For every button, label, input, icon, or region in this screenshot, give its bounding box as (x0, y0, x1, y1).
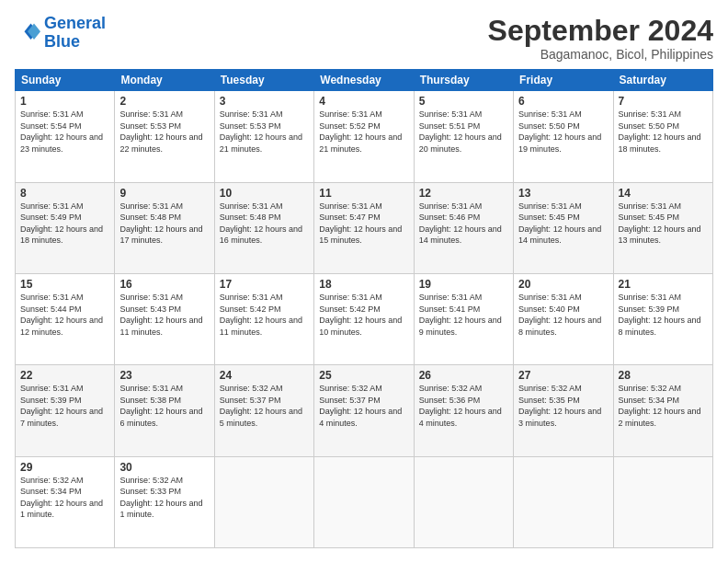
col-monday: Monday (115, 70, 214, 91)
day-info: Sunrise: 5:31 AMSunset: 5:40 PMDaylight:… (518, 292, 608, 338)
col-thursday: Thursday (414, 70, 513, 91)
table-row: 19 Sunrise: 5:31 AMSunset: 5:41 PMDaylig… (414, 273, 513, 364)
table-row: 29 Sunrise: 5:32 AMSunset: 5:34 PMDaylig… (16, 456, 115, 547)
calendar-week-3: 15 Sunrise: 5:31 AMSunset: 5:44 PMDaylig… (16, 273, 713, 364)
day-number: 30 (119, 461, 209, 474)
calendar-week-2: 8 Sunrise: 5:31 AMSunset: 5:49 PMDayligh… (16, 182, 713, 273)
day-number: 11 (319, 187, 408, 200)
day-info: Sunrise: 5:31 AMSunset: 5:49 PMDaylight:… (20, 201, 109, 247)
day-info: Sunrise: 5:32 AMSunset: 5:36 PMDaylight:… (419, 383, 508, 429)
day-number: 15 (20, 278, 109, 291)
title-block: September 2024 Bagamanoc, Bicol, Philipp… (488, 15, 713, 62)
day-info: Sunrise: 5:31 AMSunset: 5:51 PMDaylight:… (419, 109, 508, 155)
calendar-header-row: Sunday Monday Tuesday Wednesday Thursday… (16, 70, 713, 91)
day-number: 3 (220, 95, 309, 108)
logo-line1: General (44, 14, 106, 32)
day-info: Sunrise: 5:31 AMSunset: 5:48 PMDaylight:… (119, 201, 209, 247)
logo-line2: Blue (44, 32, 80, 51)
day-number: 28 (619, 369, 708, 382)
table-row (214, 456, 313, 547)
logo-text: General Blue (44, 15, 106, 52)
day-info: Sunrise: 5:31 AMSunset: 5:50 PMDaylight:… (518, 109, 608, 155)
day-number: 4 (319, 95, 408, 108)
table-row (514, 456, 613, 547)
table-row: 4 Sunrise: 5:31 AMSunset: 5:52 PMDayligh… (314, 91, 414, 182)
table-row: 17 Sunrise: 5:31 AMSunset: 5:42 PMDaylig… (214, 273, 313, 364)
day-info: Sunrise: 5:31 AMSunset: 5:44 PMDaylight:… (20, 292, 109, 338)
day-number: 12 (419, 187, 508, 200)
day-info: Sunrise: 5:31 AMSunset: 5:45 PMDaylight:… (619, 201, 708, 247)
table-row: 14 Sunrise: 5:31 AMSunset: 5:45 PMDaylig… (613, 182, 712, 273)
table-row: 28 Sunrise: 5:32 AMSunset: 5:34 PMDaylig… (613, 365, 712, 456)
day-info: Sunrise: 5:31 AMSunset: 5:41 PMDaylight:… (419, 292, 508, 338)
location: Bagamanoc, Bicol, Philippines (488, 47, 713, 62)
col-tuesday: Tuesday (214, 70, 313, 91)
col-friday: Friday (514, 70, 613, 91)
calendar: Sunday Monday Tuesday Wednesday Thursday… (15, 69, 713, 548)
day-info: Sunrise: 5:31 AMSunset: 5:48 PMDaylight:… (220, 201, 309, 247)
table-row: 26 Sunrise: 5:32 AMSunset: 5:36 PMDaylig… (414, 365, 513, 456)
day-number: 9 (119, 187, 209, 200)
day-info: Sunrise: 5:31 AMSunset: 5:42 PMDaylight:… (220, 292, 309, 338)
day-info: Sunrise: 5:31 AMSunset: 5:50 PMDaylight:… (619, 109, 708, 155)
day-info: Sunrise: 5:31 AMSunset: 5:43 PMDaylight:… (119, 292, 209, 338)
day-info: Sunrise: 5:32 AMSunset: 5:33 PMDaylight:… (119, 475, 209, 521)
day-number: 26 (419, 369, 508, 382)
day-info: Sunrise: 5:32 AMSunset: 5:37 PMDaylight:… (319, 383, 408, 429)
table-row: 21 Sunrise: 5:31 AMSunset: 5:39 PMDaylig… (613, 273, 712, 364)
col-wednesday: Wednesday (314, 70, 414, 91)
day-info: Sunrise: 5:31 AMSunset: 5:54 PMDaylight:… (20, 109, 109, 155)
day-info: Sunrise: 5:32 AMSunset: 5:34 PMDaylight:… (20, 475, 109, 521)
day-info: Sunrise: 5:31 AMSunset: 5:53 PMDaylight:… (220, 109, 309, 155)
table-row: 18 Sunrise: 5:31 AMSunset: 5:42 PMDaylig… (314, 273, 414, 364)
table-row: 30 Sunrise: 5:32 AMSunset: 5:33 PMDaylig… (115, 456, 214, 547)
day-number: 7 (619, 95, 708, 108)
table-row: 10 Sunrise: 5:31 AMSunset: 5:48 PMDaylig… (214, 182, 313, 273)
table-row (613, 456, 712, 547)
day-info: Sunrise: 5:31 AMSunset: 5:52 PMDaylight:… (319, 109, 408, 155)
day-info: Sunrise: 5:31 AMSunset: 5:47 PMDaylight:… (319, 201, 408, 247)
logo: General Blue (15, 15, 106, 52)
day-number: 1 (20, 95, 109, 108)
day-number: 16 (119, 278, 209, 291)
day-info: Sunrise: 5:31 AMSunset: 5:46 PMDaylight:… (419, 201, 508, 247)
calendar-week-4: 22 Sunrise: 5:31 AMSunset: 5:39 PMDaylig… (16, 365, 713, 456)
day-number: 21 (619, 278, 708, 291)
day-number: 18 (319, 278, 408, 291)
table-row: 15 Sunrise: 5:31 AMSunset: 5:44 PMDaylig… (16, 273, 115, 364)
day-number: 27 (518, 369, 608, 382)
day-info: Sunrise: 5:32 AMSunset: 5:37 PMDaylight:… (220, 383, 309, 429)
table-row: 11 Sunrise: 5:31 AMSunset: 5:47 PMDaylig… (314, 182, 414, 273)
page: General Blue September 2024 Bagamanoc, B… (0, 0, 728, 563)
day-info: Sunrise: 5:31 AMSunset: 5:39 PMDaylight:… (20, 383, 109, 429)
day-info: Sunrise: 5:32 AMSunset: 5:35 PMDaylight:… (518, 383, 608, 429)
day-number: 17 (220, 278, 309, 291)
header: General Blue September 2024 Bagamanoc, B… (15, 15, 713, 62)
table-row: 13 Sunrise: 5:31 AMSunset: 5:45 PMDaylig… (514, 182, 613, 273)
month-title: September 2024 (488, 15, 713, 47)
col-sunday: Sunday (16, 70, 115, 91)
table-row: 24 Sunrise: 5:32 AMSunset: 5:37 PMDaylig… (214, 365, 313, 456)
day-info: Sunrise: 5:31 AMSunset: 5:38 PMDaylight:… (119, 383, 209, 429)
table-row: 23 Sunrise: 5:31 AMSunset: 5:38 PMDaylig… (115, 365, 214, 456)
table-row: 1 Sunrise: 5:31 AMSunset: 5:54 PMDayligh… (16, 91, 115, 182)
table-row: 16 Sunrise: 5:31 AMSunset: 5:43 PMDaylig… (115, 273, 214, 364)
col-saturday: Saturday (613, 70, 712, 91)
table-row: 12 Sunrise: 5:31 AMSunset: 5:46 PMDaylig… (414, 182, 513, 273)
day-number: 2 (119, 95, 209, 108)
calendar-week-1: 1 Sunrise: 5:31 AMSunset: 5:54 PMDayligh… (16, 91, 713, 182)
table-row (414, 456, 513, 547)
day-number: 29 (20, 461, 109, 474)
day-number: 24 (220, 369, 309, 382)
day-number: 19 (419, 278, 508, 291)
table-row: 25 Sunrise: 5:32 AMSunset: 5:37 PMDaylig… (314, 365, 414, 456)
table-row: 2 Sunrise: 5:31 AMSunset: 5:53 PMDayligh… (115, 91, 214, 182)
day-number: 6 (518, 95, 608, 108)
day-number: 14 (619, 187, 708, 200)
day-number: 8 (20, 187, 109, 200)
day-info: Sunrise: 5:31 AMSunset: 5:39 PMDaylight:… (619, 292, 708, 338)
day-number: 23 (119, 369, 209, 382)
day-number: 5 (419, 95, 508, 108)
table-row: 6 Sunrise: 5:31 AMSunset: 5:50 PMDayligh… (514, 91, 613, 182)
table-row: 20 Sunrise: 5:31 AMSunset: 5:40 PMDaylig… (514, 273, 613, 364)
